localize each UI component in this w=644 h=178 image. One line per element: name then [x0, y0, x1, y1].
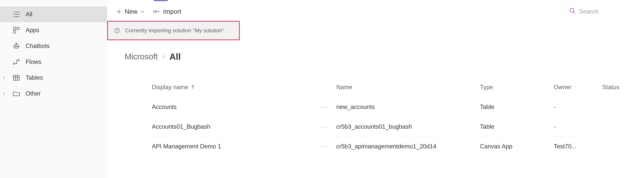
- header-status[interactable]: Status: [602, 84, 641, 91]
- search-icon: [569, 8, 576, 15]
- cell-type: Table: [480, 103, 554, 110]
- breadcrumb-root[interactable]: Microsoft: [125, 52, 158, 61]
- sidebar-item-label: Other: [26, 90, 41, 97]
- search-box[interactable]: [562, 2, 644, 21]
- svg-rect-7: [17, 27, 19, 30]
- sidebar-item-label: Apps: [26, 27, 40, 34]
- header-type[interactable]: Type: [480, 84, 554, 91]
- import-button[interactable]: Import: [154, 2, 181, 21]
- row-actions-button[interactable]: ···: [315, 103, 336, 110]
- row-actions-button[interactable]: ···: [315, 143, 336, 150]
- cell-type: Canvas App: [480, 143, 554, 150]
- folder-icon: [10, 91, 22, 96]
- breadcrumb: Microsoft All: [125, 51, 639, 62]
- svg-point-30: [117, 29, 118, 30]
- table-row[interactable]: API Management Demo 1 ··· cr5b3_apimanag…: [125, 137, 639, 156]
- sort-asc-icon: [191, 84, 194, 91]
- cell-name: new_accounts: [336, 103, 480, 110]
- cell-display-name: Accounts01_Bugbash: [152, 123, 315, 130]
- plus-icon: [116, 9, 122, 14]
- cell-owner: Test70...: [554, 143, 602, 150]
- sidebar-item-label: Chatbots: [26, 43, 50, 50]
- sidebar-item-flows[interactable]: Flows: [0, 54, 107, 70]
- table-icon: [10, 75, 22, 81]
- svg-rect-8: [14, 31, 16, 33]
- header-name[interactable]: Name: [336, 84, 480, 91]
- cell-name: cr5b3_accounts01_bugbash: [336, 123, 480, 130]
- grid-header-row: Display name Name Type Owner Status: [125, 77, 639, 97]
- breadcrumb-current: All: [169, 51, 181, 62]
- table-row[interactable]: Accounts ··· new_accounts Table -: [125, 97, 639, 117]
- chevron-down-icon: [140, 10, 145, 13]
- sidebar-item-apps[interactable]: Apps: [0, 22, 107, 38]
- svg-rect-18: [14, 75, 19, 80]
- search-input[interactable]: [579, 8, 637, 15]
- sidebar-item-all[interactable]: All: [0, 6, 107, 22]
- table-row[interactable]: Accounts01_Bugbash ··· cr5b3_accounts01_…: [125, 117, 639, 137]
- svg-line-27: [573, 12, 575, 13]
- main: New Import: [107, 0, 644, 178]
- cell-display-name: Accounts: [152, 103, 315, 110]
- chevron-right-icon: [162, 54, 166, 60]
- sidebar-item-other[interactable]: Other: [0, 86, 107, 101]
- info-icon: [114, 28, 120, 33]
- sidebar-item-label: Flows: [26, 58, 41, 65]
- chevron-right-icon[interactable]: [1, 91, 7, 96]
- svg-point-26: [570, 8, 574, 12]
- import-status-banner: Currently importing solution "My solutio…: [107, 21, 240, 40]
- cell-type: Table: [480, 123, 554, 130]
- svg-point-16: [13, 63, 15, 64]
- svg-rect-9: [14, 45, 19, 48]
- cell-display-name: API Management Demo 1: [152, 143, 315, 150]
- content: Microsoft All Display name Name: [107, 40, 644, 178]
- chevron-right-icon[interactable]: [1, 76, 7, 80]
- svg-rect-6: [14, 27, 16, 30]
- header-owner[interactable]: Owner: [554, 84, 602, 91]
- cell-name: cr5b3_apimanagementdemo1_20d14: [336, 143, 480, 150]
- list-icon: [10, 11, 22, 17]
- import-button-label: Import: [163, 8, 181, 15]
- sidebar: All Apps Chatbots Flows: [0, 0, 107, 178]
- new-button-label: New: [125, 8, 138, 15]
- app-grid-icon: [10, 27, 22, 33]
- sidebar-item-chatbots[interactable]: Chatbots: [0, 38, 107, 54]
- svg-point-10: [15, 46, 16, 47]
- sidebar-item-label: Tables: [26, 74, 43, 81]
- sidebar-item-tables[interactable]: Tables: [0, 70, 107, 86]
- header-display-name[interactable]: Display name: [152, 84, 315, 91]
- active-tab-indicator: [154, 0, 168, 1]
- data-grid: Display name Name Type Owner Status Acco…: [125, 77, 639, 156]
- cell-owner: -: [554, 123, 602, 130]
- sidebar-item-label: All: [26, 11, 32, 18]
- svg-point-17: [18, 59, 20, 61]
- flow-icon: [10, 59, 22, 65]
- banner-text: Currently importing solution "My solutio…: [125, 27, 226, 34]
- svg-point-11: [17, 46, 18, 47]
- cell-owner: -: [554, 103, 602, 110]
- command-bar: New Import: [107, 2, 644, 21]
- row-actions-button[interactable]: ···: [315, 123, 336, 130]
- import-icon: [154, 9, 160, 14]
- bot-icon: [10, 43, 22, 49]
- new-button[interactable]: New: [116, 2, 145, 21]
- tab-indicator-row: [107, 0, 644, 2]
- svg-point-13: [16, 43, 17, 44]
